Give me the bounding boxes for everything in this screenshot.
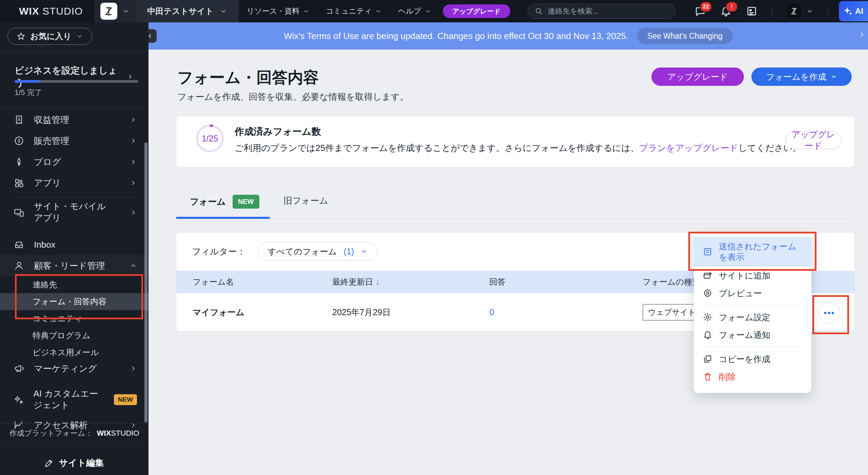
svg-text:$: $ (18, 117, 20, 122)
row-more-actions-button[interactable]: ••• (818, 302, 840, 324)
filter-label: フィルター： (192, 246, 245, 258)
chevron-right-icon (130, 365, 137, 372)
notifications-badge: ! (726, 1, 738, 12)
avatar (786, 3, 802, 19)
sidebar-item-site-mobile-app[interactable]: サイト・モバイルアプリ (0, 199, 149, 226)
chevron-right-icon (126, 73, 134, 80)
quota-upgrade-button[interactable]: アップグレード (785, 131, 842, 149)
chevron-down-icon (76, 33, 83, 40)
tab-old-forms[interactable]: 旧フォーム (283, 195, 328, 207)
sidebar-item-sales[interactable]: $ 販売管理 (0, 130, 149, 151)
chevron-down-icon (375, 8, 382, 15)
menu-item-delete[interactable]: 削除 (694, 368, 811, 385)
banner-next-chevron[interactable] (858, 31, 866, 39)
site-logo-switcher[interactable] (94, 0, 136, 22)
divider (12, 197, 136, 197)
divider (0, 443, 149, 443)
sidebar-scrollbar[interactable] (144, 142, 147, 422)
sidebar-item-ai-custom-agent[interactable]: AI カスタムエージェント NEW (0, 386, 149, 413)
copy-icon (703, 354, 713, 364)
trash-icon (703, 372, 713, 381)
topbar-upgrade-button[interactable]: アップグレード (443, 4, 510, 18)
invoice-icon: $ (14, 115, 24, 125)
sidebar-item-inbox[interactable]: Inbox (0, 234, 149, 255)
chevron-down-icon (830, 73, 837, 80)
site-name: 中田テストサイト (147, 6, 213, 17)
menu-item-duplicate[interactable]: コピーを作成 (694, 350, 811, 368)
chat-button[interactable]: 22 (694, 5, 706, 17)
site-logo-icon (100, 3, 117, 20)
setup-progress-fill (15, 80, 39, 83)
wix-studio-logo[interactable]: WIX STUDIO (19, 5, 83, 17)
form-name[interactable]: マイフォーム (176, 307, 332, 318)
sidebar: お気に入り ビジネスを設定しましょう 1/5 完了 $ 収益管理 $ 販売管理 … (0, 22, 149, 475)
sidebar-item-customers-leads[interactable]: 顧客・リード管理 (0, 255, 149, 276)
filter-dropdown[interactable]: すべてのフォーム (1) (258, 242, 377, 261)
chevron-down-icon (220, 7, 227, 15)
quota-description: ご利用のプランでは25件までフォームを作成することができます。さらにフォームを作… (235, 142, 801, 154)
sidebar-subitem-community[interactable]: コミュニティ (0, 310, 149, 327)
col-header-name[interactable]: フォーム名 (176, 277, 332, 287)
new-badge: NEW (233, 195, 259, 209)
setup-progress-label: 1/5 完了 (15, 88, 42, 98)
menu-item-view-submissions[interactable]: 送信されたフォームを表示 (694, 237, 811, 267)
sidebar-subitem-loyalty[interactable]: 特典プログラム (0, 327, 149, 344)
account-menu[interactable] (786, 3, 813, 19)
chevron-right-icon (858, 31, 866, 39)
search-icon (535, 7, 543, 15)
search-input[interactable]: 連絡先を検索... (528, 4, 675, 19)
sparkle-icon (844, 7, 852, 16)
sort-desc-icon: ↓ (376, 277, 380, 286)
top-bar: WIX STUDIO 中田テストサイト リソース・資料 コミュニティ ヘルプ ア… (0, 0, 868, 22)
chevron-down-icon (122, 7, 130, 15)
search-placeholder: 連絡先を検索... (548, 6, 599, 16)
sidebar-subitem-contacts[interactable]: 連絡先 (0, 276, 149, 293)
site-name-menu[interactable]: 中田テストサイト (136, 0, 238, 22)
menu-item-preview[interactable]: プレビュー (694, 284, 811, 302)
col-header-updated[interactable]: 最終更新日↓ (332, 277, 489, 287)
pencil-icon (45, 458, 54, 467)
ai-assistant-button[interactable]: AI (839, 1, 868, 21)
upgrade-plan-link[interactable]: プランをアップグレード (639, 143, 738, 153)
business-setup-link[interactable]: ビジネスを設定しましょう (15, 64, 134, 89)
quota-count: 1/25 (196, 125, 224, 152)
nav-resources[interactable]: リソース・資料 (239, 0, 318, 22)
nav-community[interactable]: コミュニティ (318, 0, 390, 22)
form-quota-card: 1/25 作成済みフォーム数 ご利用のプランでは25件までフォームを作成すること… (176, 116, 854, 167)
upgrade-button[interactable]: アップグレード (651, 68, 744, 86)
responses-count-link[interactable]: 0 (489, 307, 494, 317)
add-to-site-icon (703, 271, 713, 280)
notifications-button[interactable]: ! (720, 5, 732, 17)
page-subtitle: フォームを作成、回答を収集、必要な情報を取得します。 (177, 91, 409, 103)
see-whats-changing-button[interactable]: See What's Changing (637, 28, 733, 44)
menu-item-form-settings[interactable]: フォーム設定 (694, 308, 811, 326)
chevron-right-icon (130, 209, 137, 216)
tab-forms[interactable]: フォーム NEW (190, 195, 259, 209)
chevron-down-icon (303, 8, 310, 15)
col-header-responses[interactable]: 回答 (489, 277, 643, 287)
favorites-button[interactable]: お気に入り (7, 28, 92, 45)
nav-help[interactable]: ヘルプ (390, 0, 439, 22)
sidebar-item-marketing[interactable]: マーケティング (0, 358, 149, 379)
quota-title: 作成済みフォーム数 (235, 125, 321, 138)
form-updated: 2025年7月29日 (332, 307, 489, 318)
divider (0, 423, 149, 424)
create-form-button[interactable]: フォームを作成 (751, 68, 852, 86)
sidebar-item-blog[interactable]: ブログ (0, 151, 149, 172)
menu-item-add-to-site[interactable]: サイトに追加 (694, 267, 811, 284)
platform-label: 作成プラットフォーム： WIXSTUDIO (0, 428, 149, 438)
sidebar-item-revenue[interactable]: $ 収益管理 (0, 109, 149, 130)
divider (0, 52, 149, 52)
divider (0, 108, 149, 108)
menu-item-form-notifications[interactable]: フォーム通知 (694, 326, 811, 344)
devices-icon (14, 207, 24, 217)
updates-button[interactable] (746, 5, 757, 17)
dollar-circle-icon: $ (14, 136, 24, 146)
terms-banner: Wix's Terms of Use are being updated. Ch… (149, 22, 868, 50)
sidebar-item-apps[interactable]: アプリ (0, 172, 149, 193)
svg-text:$: $ (18, 138, 20, 144)
active-tab-underline (176, 217, 270, 219)
bell-icon (703, 330, 713, 340)
edit-site-button[interactable]: サイト編集 (0, 451, 149, 475)
sidebar-subitem-forms-submissions[interactable]: フォーム・回答内容 (0, 293, 149, 310)
